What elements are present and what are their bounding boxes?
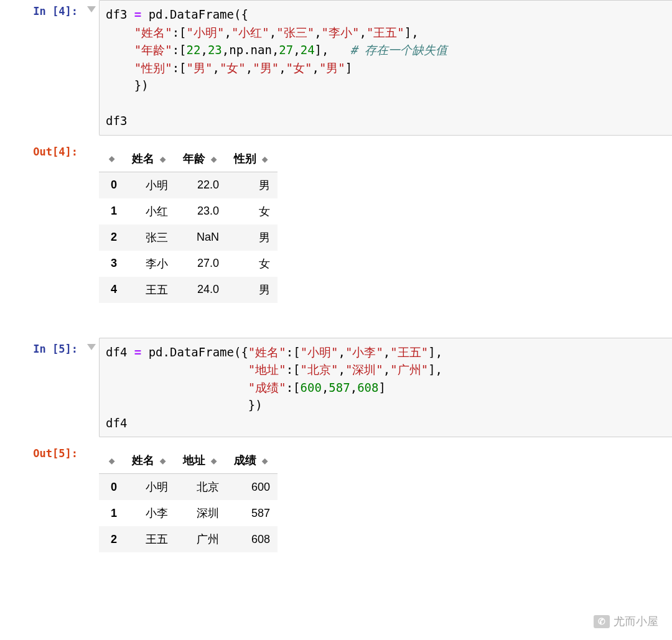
col-header[interactable]: 地址 ◆ [175,447,226,474]
table-row: 1小红23.0女 [99,198,278,225]
index-header[interactable]: ◆ [99,447,124,474]
table-row: 2张三NaN男 [99,225,278,251]
sort-icon: ◆ [109,155,114,162]
output-cell-4: Out[4]: ◆ 姓名 ◆ 年龄 ◆ 性别 ◆ 0小明22.0男 1小红23.… [0,141,672,308]
cell-toggle[interactable] [84,338,99,438]
out-prompt: Out[5]: [0,442,84,557]
table-row: 4王五24.0男 [99,277,278,303]
output-area: ◆ 姓名 ◆ 地址 ◆ 成绩 ◆ 0小明北京600 1小李深圳587 2王五广州… [99,442,672,557]
col-header[interactable]: 姓名 ◆ [124,146,175,172]
col-header[interactable]: 性别 ◆ [226,146,278,172]
input-cell-5: In [5]: df4 = pd.DataFrame({"姓名":["小明","… [0,338,672,438]
in-prompt: In [5]: [0,338,84,438]
table-row: 2王五广州608 [99,526,278,552]
sort-icon: ◆ [160,155,166,163]
table-row: 0小明北京600 [99,474,278,501]
sort-icon: ◆ [262,457,268,465]
output-cell-5: Out[5]: ◆ 姓名 ◆ 地址 ◆ 成绩 ◆ 0小明北京600 1小李深圳5… [0,442,672,557]
sort-icon: ◆ [211,457,217,465]
code-editor[interactable]: df3 = pd.DataFrame({ "姓名":["小明","小红","张三… [99,0,672,136]
col-header[interactable]: 姓名 ◆ [124,447,175,474]
dataframe-table: ◆ 姓名 ◆ 地址 ◆ 成绩 ◆ 0小明北京600 1小李深圳587 2王五广州… [99,447,278,552]
out-prompt: Out[4]: [0,141,84,308]
sort-icon: ◆ [109,457,114,465]
table-row: 1小李深圳587 [99,500,278,526]
dataframe-table: ◆ 姓名 ◆ 年龄 ◆ 性别 ◆ 0小明22.0男 1小红23.0女 2张三Na… [99,146,278,303]
output-area: ◆ 姓名 ◆ 年龄 ◆ 性别 ◆ 0小明22.0男 1小红23.0女 2张三Na… [99,141,672,308]
output-spacer [84,442,99,557]
col-header[interactable]: 成绩 ◆ [226,447,278,474]
chevron-down-icon [87,6,96,12]
sort-icon: ◆ [262,155,268,163]
table-row: 3李小27.0女 [99,251,278,277]
chevron-down-icon [87,344,96,350]
output-spacer [84,141,99,308]
input-cell-4: In [4]: df3 = pd.DataFrame({ "姓名":["小明",… [0,0,672,136]
table-header-row: ◆ 姓名 ◆ 地址 ◆ 成绩 ◆ [99,447,278,474]
sort-icon: ◆ [211,155,217,163]
cell-toggle[interactable] [84,0,99,136]
col-header[interactable]: 年龄 ◆ [175,146,226,172]
table-row: 0小明22.0男 [99,172,278,198]
sort-icon: ◆ [160,457,166,465]
in-prompt: In [4]: [0,0,84,136]
code-editor[interactable]: df4 = pd.DataFrame({"姓名":["小明","小李","王五"… [99,338,672,438]
index-header[interactable]: ◆ [99,146,124,172]
table-header-row: ◆ 姓名 ◆ 年龄 ◆ 性别 ◆ [99,146,278,172]
